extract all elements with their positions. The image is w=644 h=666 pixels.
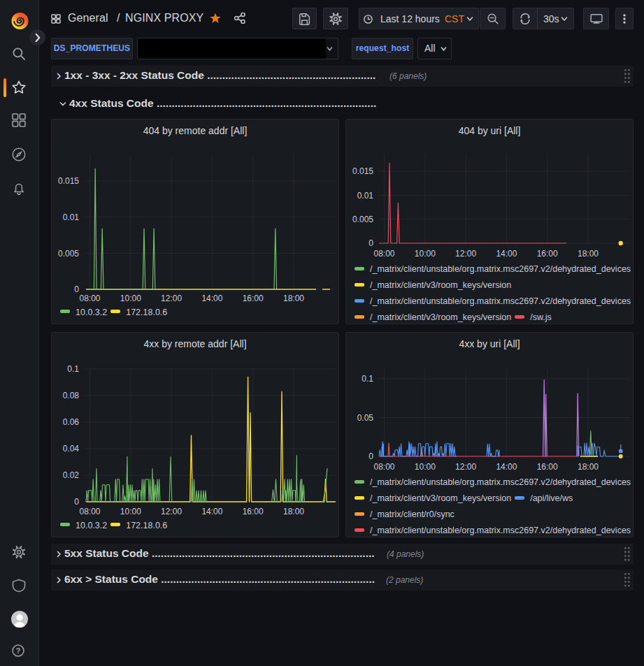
svg-text:?: ?	[16, 646, 21, 655]
svg-text:0.08: 0.08	[63, 391, 80, 400]
svg-text:16:00: 16:00	[243, 507, 264, 516]
svg-text:0: 0	[74, 497, 79, 507]
svg-text:10:00: 10:00	[415, 249, 436, 259]
svg-text:16:00: 16:00	[243, 294, 264, 303]
svg-text:0.01: 0.01	[63, 212, 80, 222]
svg-text:0.005: 0.005	[352, 215, 373, 224]
svg-text:18:00: 18:00	[283, 294, 304, 303]
svg-text:0: 0	[368, 451, 373, 461]
svg-text:10:00: 10:00	[120, 294, 141, 303]
svg-text:10:00: 10:00	[120, 507, 141, 516]
svg-text:08:00: 08:00	[79, 294, 100, 303]
svg-text:16:00: 16:00	[537, 462, 558, 472]
svg-text:10:00: 10:00	[415, 462, 436, 472]
svg-text:0.015: 0.015	[58, 176, 79, 186]
svg-text:0.005: 0.005	[58, 249, 79, 259]
svg-text:08:00: 08:00	[79, 507, 100, 516]
svg-text:18:00: 18:00	[578, 462, 599, 472]
svg-text:0.1: 0.1	[362, 374, 373, 384]
svg-text:08:00: 08:00	[373, 249, 394, 259]
svg-text:0.06: 0.06	[63, 417, 80, 427]
svg-text:0.02: 0.02	[63, 470, 80, 480]
svg-text:0.05: 0.05	[357, 413, 374, 423]
svg-text:16:00: 16:00	[537, 249, 558, 259]
svg-text:18:00: 18:00	[578, 249, 599, 259]
svg-text:12:00: 12:00	[455, 462, 476, 472]
svg-text:0.1: 0.1	[67, 364, 79, 374]
svg-text:0.04: 0.04	[63, 444, 80, 454]
svg-text:14:00: 14:00	[201, 507, 222, 516]
svg-text:0.01: 0.01	[357, 191, 374, 201]
svg-text:12:00: 12:00	[161, 507, 182, 516]
svg-text:12:00: 12:00	[161, 294, 182, 303]
svg-text:0: 0	[74, 284, 79, 294]
svg-text:14:00: 14:00	[496, 249, 517, 259]
svg-text:0.015: 0.015	[352, 166, 373, 176]
svg-text:18:00: 18:00	[283, 507, 304, 516]
svg-text:0: 0	[368, 238, 373, 248]
svg-text:12:00: 12:00	[455, 249, 476, 259]
svg-text:14:00: 14:00	[201, 294, 222, 303]
svg-text:14:00: 14:00	[496, 462, 517, 472]
svg-text:08:00: 08:00	[373, 462, 394, 472]
